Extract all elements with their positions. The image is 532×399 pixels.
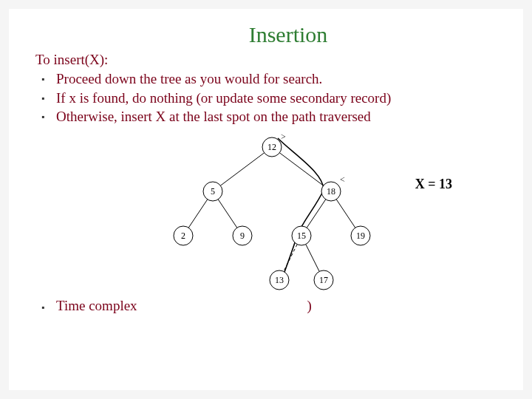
svg-line-1: [279, 153, 323, 185]
svg-text:19: 19: [356, 231, 365, 241]
time-complexity-line: Time complex): [41, 298, 497, 314]
svg-text:18: 18: [327, 186, 335, 197]
svg-line-2: [188, 200, 208, 228]
bullet-item: Proceed down the tree as you would for s…: [41, 69, 497, 89]
intro-line: To insert(X):: [35, 52, 497, 68]
svg-text:<: <: [340, 174, 345, 185]
svg-text:2: 2: [181, 231, 185, 241]
slide-title: Insertion: [80, 22, 497, 47]
svg-line-5: [336, 200, 355, 228]
bullet-list: Proceed down the tree as you would for s…: [35, 69, 497, 126]
svg-text:9: 9: [240, 231, 245, 241]
svg-text:5: 5: [211, 186, 215, 197]
time-complexity-right: ): [307, 298, 312, 313]
x-equals-label: X = 13: [415, 177, 452, 192]
last-line-list: Time complex): [35, 298, 497, 314]
svg-line-6: [306, 245, 319, 272]
svg-line-0: [220, 153, 264, 185]
svg-text:13: 13: [275, 275, 284, 285]
time-complexity-left: Time complex: [56, 298, 137, 313]
figure-area: 125182915191317>< X = 13: [35, 132, 497, 295]
svg-text:>: >: [281, 132, 286, 142]
svg-line-3: [218, 200, 237, 228]
tree-diagram: 125182915191317><: [146, 132, 398, 295]
slide: Insertion To insert(X): Proceed down the…: [9, 9, 523, 390]
svg-text:15: 15: [297, 231, 306, 241]
bullet-item: Otherwise, insert X at the last spot on …: [41, 107, 497, 126]
svg-text:12: 12: [267, 142, 276, 152]
bullet-item: If x is found, do nothing (or update som…: [41, 89, 497, 108]
svg-text:17: 17: [319, 275, 328, 285]
